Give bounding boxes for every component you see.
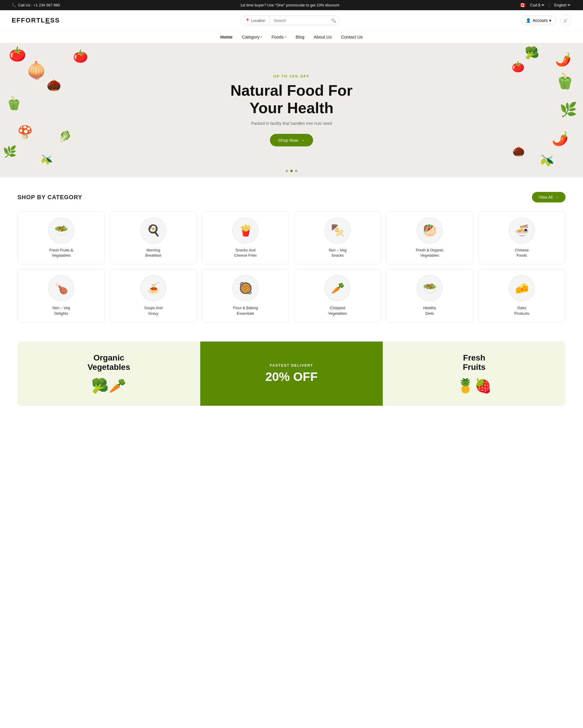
promo-banner: 1st time buyer? Use "One" promocode to g… <box>60 3 520 7</box>
promo-title: FreshFruits <box>463 353 485 372</box>
category-non-veg-snacks[interactable]: 🍢 Non – VegSnacks <box>294 211 381 264</box>
category-morning-breakfast[interactable]: 🍳 MorningBreakfast <box>110 211 197 264</box>
chevron-down-icon: ▾ <box>549 18 551 23</box>
category-fresh-organic[interactable]: 🥙 Fresh & OrganicVegetables <box>386 211 473 264</box>
category-chinese-foods[interactable]: 🍜 ChineseFoods <box>478 211 565 264</box>
category-chopped-vegetables[interactable]: 🥕 ChoppedVegetables <box>294 269 381 322</box>
search-input[interactable] <box>270 16 327 25</box>
top-bar: 📞 Call Us : +1 234 567 890 1st time buye… <box>0 0 583 10</box>
location-button[interactable]: 📍 Location <box>241 16 270 25</box>
chevron-down-icon: ▾ <box>285 35 286 38</box>
promo-delivery[interactable]: FASTEST DELIVERY 20% OFF <box>200 341 383 406</box>
category-image: 🍳 <box>140 217 166 243</box>
currency-select[interactable]: Cad $ <box>529 3 545 7</box>
category-healthy-diets[interactable]: 🥗 HealthyDiets <box>386 269 473 322</box>
category-label: ChineseFoods <box>515 248 529 258</box>
promo-organic-vegetables[interactable]: OrganicVegetables 🥦🥕 <box>18 341 200 406</box>
category-label: Fresh & OrganicVegetables <box>416 248 444 258</box>
hero-content: UP TO 15% OFF Natural Food For Your Heal… <box>230 74 353 147</box>
category-image: 🍟 <box>232 217 258 243</box>
category-grid-row2: 🍗 Non – VegDelights 🍝 Soups AndGravy 🥘 F… <box>18 269 565 322</box>
category-image: 🥙 <box>417 217 443 243</box>
category-grid-row1: 🥗 Fresh Fruits &Vegatables 🍳 MorningBrea… <box>18 211 565 264</box>
flag-icon: 🇨🇦 <box>520 2 526 8</box>
slider-dot[interactable] <box>295 170 297 172</box>
logo[interactable]: EFFORTLESS <box>12 17 60 24</box>
category-label: ChoppedVegetables <box>328 305 347 316</box>
nav-foods[interactable]: Foods ▾ <box>271 34 286 40</box>
category-image: 🍗 <box>48 275 74 301</box>
category-image: 🥘 <box>232 275 258 301</box>
nav-home[interactable]: Home <box>220 34 232 40</box>
promo-discount: 20% OFF <box>265 370 318 384</box>
header: EFFORTLESS 📍 Location 🔍 👤 Account ▾ 🛒 <box>0 10 583 31</box>
nav-about[interactable]: About Us <box>314 34 332 40</box>
chevron-down-icon: ▾ <box>260 35 262 38</box>
hero-subtitle: UP TO 15% OFF <box>230 74 353 78</box>
slider-dot[interactable] <box>290 170 293 172</box>
location-pin-icon: 📍 <box>245 18 250 23</box>
main-nav: Home Category ▾ Foods ▾ Blog About Us Co… <box>0 31 583 43</box>
user-icon: 👤 <box>526 18 531 23</box>
view-all-button[interactable]: View All → <box>532 192 565 202</box>
category-fresh-fruits[interactable]: 🥗 Fresh Fruits &Vegatables <box>18 211 105 264</box>
category-soups-gravy[interactable]: 🍝 Soups AndGravy <box>110 269 197 322</box>
nav-contact[interactable]: Contact Us <box>341 34 363 40</box>
cart-button[interactable]: 🛒 <box>560 15 571 26</box>
nav-blog[interactable]: Blog <box>296 34 304 40</box>
category-image: 🥗 <box>417 275 443 301</box>
category-label: Flour & BakingEssentials <box>233 305 258 316</box>
hero-slider-dots <box>286 170 297 172</box>
category-image: 🧀 <box>509 275 535 301</box>
category-flour-baking[interactable]: 🥘 Flour & BakingEssentials <box>202 269 289 322</box>
hero-description: Packed in facility that handles tree nut… <box>230 121 353 126</box>
category-label: Non – VegSnacks <box>329 248 346 258</box>
category-dairy-products[interactable]: 🧀 DairyProducts <box>478 269 565 322</box>
promo-image: 🥦🥕 <box>91 378 126 394</box>
category-label: Fresh Fruits &Vegatables <box>49 248 73 258</box>
hero-section: 🍅 🧅 🫑 🍄 🌿 🌰 🫒 🍅 🥬 🌶️ 🫑 🥦 🌿 🌶️ 🫒 🍅 🌰 UP T… <box>0 43 583 177</box>
phone-icon: 📞 <box>12 3 16 7</box>
category-label: DairyProducts <box>514 305 529 316</box>
section-header: SHOP BY CATEGORY View All → <box>18 192 565 202</box>
category-image: 🍢 <box>325 217 351 243</box>
category-image: 🍝 <box>140 275 166 301</box>
category-image: 🍜 <box>509 217 535 243</box>
shop-now-button[interactable]: Shop Now → <box>270 134 313 147</box>
category-section: SHOP BY CATEGORY View All → 🥗 Fresh Frui… <box>0 177 583 341</box>
promo-subtitle: FASTEST DELIVERY <box>270 363 313 367</box>
category-label: Soups AndGravy <box>144 305 163 316</box>
category-non-veg-delights[interactable]: 🍗 Non – VegDelights <box>18 269 105 322</box>
nav-category[interactable]: Category ▾ <box>242 34 262 40</box>
search-bar: 📍 Location 🔍 <box>241 16 340 25</box>
cart-icon: 🛒 <box>563 18 568 23</box>
promo-section: OrganicVegetables 🥦🥕 FASTEST DELIVERY 20… <box>18 341 565 406</box>
search-button[interactable]: 🔍 <box>327 16 340 25</box>
category-label: Snacks AndCheese Fries <box>234 248 256 258</box>
promo-title: OrganicVegetables <box>87 353 130 372</box>
hero-title: Natural Food For Your Health <box>230 82 353 117</box>
slider-dot[interactable] <box>286 170 288 172</box>
category-snacks-cheese[interactable]: 🍟 Snacks AndCheese Fries <box>202 211 289 264</box>
divider: | <box>549 3 550 7</box>
category-label: HealthyDiets <box>423 305 436 316</box>
promo-fresh-fruits[interactable]: FreshFruits 🍍🍓 <box>383 341 565 406</box>
category-image: 🥗 <box>48 217 74 243</box>
account-button[interactable]: 👤 Account ▾ <box>521 16 556 25</box>
header-right: 👤 Account ▾ 🛒 <box>521 15 571 26</box>
top-bar-right: 🇨🇦 Cad $ | English <box>520 2 571 8</box>
promo-image: 🍍🍓 <box>457 378 492 394</box>
section-title: SHOP BY CATEGORY <box>18 194 82 201</box>
language-select[interactable]: English <box>553 3 571 7</box>
category-label: Non – VegDelights <box>53 305 70 316</box>
category-label: MorningBreakfast <box>145 248 162 258</box>
phone-section: 📞 Call Us : +1 234 567 890 <box>12 3 60 7</box>
arrow-right-icon: → <box>301 138 305 142</box>
arrow-right-icon: → <box>555 195 559 200</box>
phone-number: Call Us : +1 234 567 890 <box>18 3 60 7</box>
category-image: 🥕 <box>325 275 351 301</box>
